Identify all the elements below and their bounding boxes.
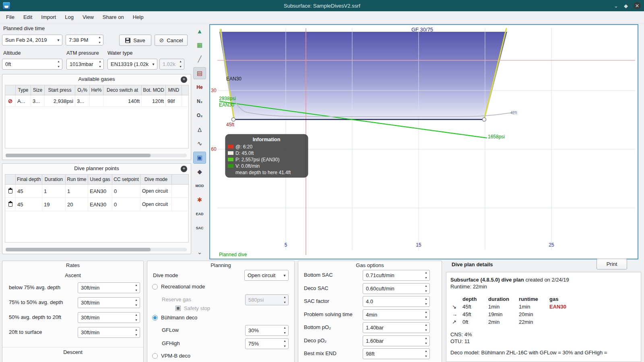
cylinder-icon[interactable]: ⊘ xyxy=(8,98,13,104)
spin-down-icon[interactable]: ▾ xyxy=(423,289,429,294)
close-icon[interactable]: ✕ xyxy=(634,2,641,9)
point-row[interactable]: 45 19 20 EAN30 0 Open circuit xyxy=(5,198,188,211)
spin-up-icon[interactable]: ▴ xyxy=(423,270,429,276)
col-dive-mode[interactable]: Dive mode xyxy=(140,175,172,184)
scroll-down-icon[interactable]: ⌄ xyxy=(193,246,206,258)
menu-file[interactable]: File xyxy=(2,11,19,23)
radio-icon[interactable] xyxy=(152,284,158,290)
deco-po2-spinner[interactable]: 1.60bar ▴▾ xyxy=(363,335,430,346)
mod-icon[interactable]: MOD xyxy=(193,180,206,192)
rate-spinner-2[interactable]: 30ft/min ▴▾ xyxy=(78,297,140,308)
trash-icon[interactable] xyxy=(8,189,12,193)
spin-down-icon[interactable]: ▾ xyxy=(423,341,429,346)
spin-down-icon[interactable]: ▾ xyxy=(423,302,429,307)
spin-up-icon[interactable]: ▴ xyxy=(133,327,140,333)
spin-up-icon[interactable]: ▴ xyxy=(55,59,62,64)
dive-time-spinner[interactable]: 7:38 PM ▴▾ xyxy=(66,35,103,45)
bottom-sac-spinner[interactable]: 0.71cuft/min ▴▾ xyxy=(363,270,430,281)
dive-profile-chart[interactable]: GF 30/75 EAN30 2938psi EAN30 45ft 1658ps… xyxy=(209,24,638,259)
vpmb-deco-radio[interactable]: VPM-B deco xyxy=(152,353,190,359)
dive-mode-combo[interactable]: Open circuit ▾ xyxy=(244,270,289,281)
spin-down-icon[interactable]: ▾ xyxy=(423,315,429,320)
spin-up-icon[interactable]: ▴ xyxy=(423,323,429,328)
spin-down-icon[interactable]: ▾ xyxy=(423,276,429,281)
best-mix-end-spinner[interactable]: 98ft ▴▾ xyxy=(363,348,430,359)
photos-icon[interactable]: ▣ xyxy=(193,152,206,164)
safety-stop-checkbox[interactable]: Safety stop xyxy=(175,305,210,311)
restore-icon[interactable]: ◆ xyxy=(624,3,628,9)
spin-down-icon[interactable]: ▾ xyxy=(281,344,288,349)
spin-up-icon[interactable]: ▴ xyxy=(281,325,288,331)
add-gas-button[interactable]: + xyxy=(181,76,187,83)
spin-up-icon[interactable]: ▴ xyxy=(423,284,429,289)
point-row[interactable]: 45 1 1 EAN30 0 Open circuit xyxy=(5,185,188,198)
profile-svg[interactable]: GF 30/75 EAN30 2938psi EAN30 45ft 1658ps… xyxy=(210,25,638,259)
add-point-button[interactable]: + xyxy=(181,166,187,172)
spin-down-icon[interactable]: ▾ xyxy=(97,64,103,70)
menu-edit[interactable]: Edit xyxy=(19,11,37,23)
col-duration[interactable]: Duration xyxy=(42,175,66,184)
trash-icon[interactable] xyxy=(8,202,12,207)
diver-icon[interactable]: ✱ xyxy=(193,194,206,206)
ead-icon[interactable]: EAD xyxy=(193,208,206,220)
dive-date-combo[interactable]: Sun Feb 24, 2019 ▾ xyxy=(2,35,62,45)
buhlmann-deco-radio[interactable]: Bühlmann deco xyxy=(152,315,197,321)
menu-import[interactable]: Import xyxy=(37,11,60,23)
spin-down-icon[interactable]: ▾ xyxy=(133,288,140,293)
dive-computer-icon[interactable]: ▤ xyxy=(193,67,206,79)
menu-log[interactable]: Log xyxy=(60,11,78,23)
chevron-down-icon[interactable]: ▾ xyxy=(55,38,62,42)
spin-up-icon[interactable]: ▴ xyxy=(423,296,429,302)
menu-share-on[interactable]: Share on xyxy=(98,11,128,23)
col-mnd[interactable]: MND xyxy=(166,85,182,95)
air-icon[interactable]: Δ xyxy=(193,123,206,136)
shade-icon[interactable]: ⌄ xyxy=(614,3,618,9)
points-hscrollbar[interactable] xyxy=(6,248,187,251)
spin-up-icon[interactable]: ▴ xyxy=(133,298,140,303)
col-start-press[interactable]: Start press xyxy=(45,85,75,95)
checkbox-icon[interactable] xyxy=(175,306,181,311)
deco-sac-spinner[interactable]: 0.60cuft/min ▴▾ xyxy=(363,283,430,294)
spin-up-icon[interactable]: ▴ xyxy=(423,336,429,341)
radio-selected-icon[interactable] xyxy=(152,315,158,321)
ruler-icon[interactable]: ╱ xyxy=(193,53,206,65)
gases-hscrollbar[interactable] xyxy=(6,154,187,157)
col-cc-setpoint[interactable]: CC setpoint xyxy=(112,175,140,184)
spin-up-icon[interactable]: ▴ xyxy=(133,313,140,318)
rate-spinner-3[interactable]: 30ft/min ▴▾ xyxy=(78,312,140,323)
spin-up-icon[interactable]: ▴ xyxy=(281,339,288,344)
spin-down-icon[interactable]: ▾ xyxy=(281,331,288,336)
altitude-spinner[interactable]: 0ft ▴▾ xyxy=(2,59,62,70)
radio-icon[interactable] xyxy=(152,353,158,359)
recreational-mode-radio[interactable]: Recreational mode xyxy=(152,284,205,290)
bottom-po2-spinner[interactable]: 1.40bar ▴▾ xyxy=(363,322,430,333)
print-button[interactable]: Print xyxy=(597,259,627,269)
atm-pressure-spinner[interactable]: 1013mbar ▴▾ xyxy=(66,59,104,70)
pp-he-graph-icon[interactable]: He xyxy=(193,81,206,93)
dive-sites-icon[interactable]: ▲ xyxy=(193,25,206,37)
spin-down-icon[interactable]: ▾ xyxy=(133,333,140,338)
spin-down-icon[interactable]: ▾ xyxy=(55,64,62,70)
col-o2[interactable]: O₂% xyxy=(75,85,90,95)
spin-up-icon[interactable]: ▴ xyxy=(96,35,103,40)
spin-up-icon[interactable]: ▴ xyxy=(133,283,140,288)
gfhigh-spinner[interactable]: 75% ▴▾ xyxy=(245,338,289,349)
spin-up-icon[interactable]: ▴ xyxy=(97,59,103,64)
statistics-icon[interactable]: ▦ xyxy=(193,39,206,51)
save-button[interactable]: Save xyxy=(119,35,151,46)
col-type[interactable]: Type xyxy=(16,85,31,95)
heart-rate-icon[interactable]: ∿ xyxy=(193,138,206,150)
problem-time-spinner[interactable]: 4min ▴▾ xyxy=(363,309,430,320)
spin-up-icon[interactable]: ▴ xyxy=(423,349,429,354)
col-run-time[interactable]: Run time xyxy=(66,175,88,184)
col-final-depth[interactable]: Final depth xyxy=(16,175,42,184)
rate-spinner-1[interactable]: 30ft/min ▴▾ xyxy=(78,282,140,293)
waypoint-handle[interactable] xyxy=(232,118,235,121)
menu-view[interactable]: View xyxy=(78,11,98,23)
spin-down-icon[interactable]: ▾ xyxy=(133,303,140,308)
col-bot-mod[interactable]: Bot. MOD xyxy=(142,85,166,95)
sac-icon[interactable]: SAC xyxy=(193,222,206,234)
gas-row[interactable]: ⊘ A... 3... 2,938psi 3... 140ft 120ft 98… xyxy=(5,95,188,107)
spin-down-icon[interactable]: ▾ xyxy=(423,354,429,359)
spin-up-icon[interactable]: ▴ xyxy=(423,310,429,315)
